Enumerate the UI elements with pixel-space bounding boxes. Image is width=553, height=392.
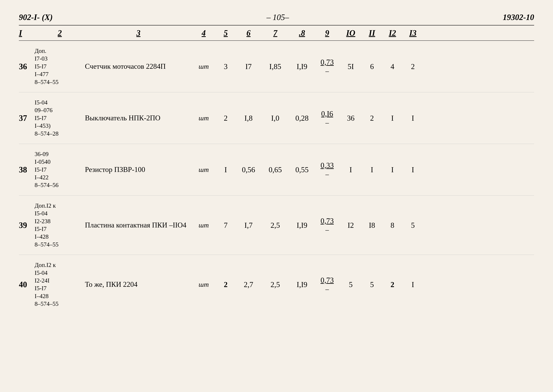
col-header-12: I2 bbox=[382, 28, 403, 38]
table-row: 38 36-09 I-0540 I5-I7 I–422 8–574–56 Рез… bbox=[19, 144, 534, 196]
row-unit: шт bbox=[192, 166, 215, 174]
row-desc: Резистор ПЗВР-100 bbox=[85, 165, 192, 175]
page-header: 902-I- (X) – 105– 19302-10 bbox=[19, 13, 534, 22]
row-col10: I2 bbox=[340, 221, 362, 230]
row-col10: 5I bbox=[340, 62, 362, 71]
row-col12: 2 bbox=[382, 280, 403, 289]
row-col5: I bbox=[215, 165, 236, 174]
row-col6: I,8 bbox=[236, 114, 261, 122]
row-col13: 2 bbox=[403, 62, 423, 71]
row-ref: Доп. I7-03 I5-I7 I–477 8–574–55 bbox=[35, 47, 85, 86]
row-ref: I5-04 09–076 I5-I7 I–453) 8–574–28 bbox=[35, 99, 85, 138]
col-header-5: 5 bbox=[215, 28, 236, 38]
row-col6: 0,56 bbox=[236, 165, 261, 174]
row-unit: шт bbox=[192, 221, 215, 229]
row-col8: I,I9 bbox=[289, 221, 315, 230]
column-headers: I 2 3 4 5 6 7 .8 9 IO II I2 I3 bbox=[19, 26, 534, 41]
row-col11: I bbox=[362, 165, 382, 174]
row-desc: Счетчик моточасов 2284П bbox=[85, 61, 192, 71]
row-col7: I,0 bbox=[261, 114, 289, 122]
table-row: 37 I5-04 09–076 I5-I7 I–453) 8–574–28 Вы… bbox=[19, 92, 534, 144]
data-table: 36 Доп. I7-03 I5-I7 I–477 8–574–55 Счетч… bbox=[19, 41, 534, 314]
row-unit: шт bbox=[192, 114, 215, 122]
col-header-1: I bbox=[19, 28, 35, 38]
col-header-3: 3 bbox=[85, 28, 192, 38]
row-col8: I,I9 bbox=[289, 280, 315, 289]
row-col12: 8 bbox=[382, 221, 403, 230]
row-col10: 5 bbox=[340, 280, 362, 289]
row-col6: I7 bbox=[236, 62, 261, 71]
col-header-7: 7 bbox=[261, 28, 289, 38]
row-col12: I bbox=[382, 165, 403, 174]
row-col9: 0,73– bbox=[315, 276, 340, 293]
row-col5: 3 bbox=[215, 62, 236, 71]
row-num: 39 bbox=[19, 221, 35, 230]
row-col6: I,7 bbox=[236, 221, 261, 230]
row-col7: 2,5 bbox=[261, 221, 289, 230]
row-unit: шт bbox=[192, 63, 215, 70]
page: 902-I- (X) – 105– 19302-10 I 2 3 4 5 6 7… bbox=[0, 0, 553, 392]
col-header-11: II bbox=[362, 28, 382, 38]
row-col13: I bbox=[403, 165, 423, 174]
row-desc: Выключатель НПК-2ПО bbox=[85, 113, 192, 123]
row-col12: 4 bbox=[382, 62, 403, 71]
row-col6: 2,7 bbox=[236, 280, 261, 289]
row-col9: 0,33– bbox=[315, 161, 340, 178]
row-col9: 0,I6– bbox=[315, 109, 340, 127]
row-desc: То же, ПКИ 2204 bbox=[85, 279, 192, 289]
row-col13: I bbox=[403, 280, 423, 289]
row-ref: Доп.I2 к I5-04 I2-24I I5-I7 I–428 8–574–… bbox=[35, 261, 85, 308]
row-col11: 5 bbox=[362, 280, 382, 289]
col-header-10: IO bbox=[340, 28, 362, 38]
row-col10: 36 bbox=[340, 114, 362, 122]
table-row: 39 Доп.I2 к I5-04 I2-238 I5-I7 I–428 8–5… bbox=[19, 196, 534, 255]
col-header-6: 6 bbox=[236, 28, 261, 38]
row-col5: 7 bbox=[215, 221, 236, 230]
col-header-13: I3 bbox=[403, 28, 423, 38]
row-col12: I bbox=[382, 114, 403, 122]
row-col11: 6 bbox=[362, 62, 382, 71]
row-num: 40 bbox=[19, 280, 35, 289]
row-col8: I,I9 bbox=[289, 62, 315, 71]
row-col7: 2,5 bbox=[261, 280, 289, 289]
row-col8: 0,28 bbox=[289, 114, 315, 122]
row-col7: 0,65 bbox=[261, 165, 289, 174]
table-row: 40 Доп.I2 к I5-04 I2-24I I5-I7 I–428 8–5… bbox=[19, 255, 534, 314]
row-col8: 0,55 bbox=[289, 165, 315, 174]
row-col9: 0,73– bbox=[315, 58, 340, 75]
row-num: 38 bbox=[19, 165, 35, 174]
col-header-4: 4 bbox=[192, 28, 215, 38]
row-col13: I bbox=[403, 114, 423, 122]
row-col5: 2 bbox=[215, 114, 236, 122]
header-right: 19302-10 bbox=[503, 13, 534, 22]
col-header-8: .8 bbox=[289, 28, 315, 38]
header-center: – 105– bbox=[266, 13, 289, 22]
table-row: 36 Доп. I7-03 I5-I7 I–477 8–574–55 Счетч… bbox=[19, 41, 534, 92]
row-unit: шт bbox=[192, 280, 215, 288]
row-col11: I8 bbox=[362, 221, 382, 230]
row-num: 36 bbox=[19, 62, 35, 71]
row-col11: 2 bbox=[362, 114, 382, 122]
row-ref: Доп.I2 к I5-04 I2-238 I5-I7 I–428 8–574–… bbox=[35, 202, 85, 248]
col-header-9: 9 bbox=[315, 28, 340, 38]
row-ref: 36-09 I-0540 I5-I7 I–422 8–574–56 bbox=[35, 150, 85, 189]
row-col5: 2 bbox=[215, 280, 236, 289]
row-col9: 0,73– bbox=[315, 217, 340, 234]
header-left: 902-I- (X) bbox=[19, 13, 53, 22]
col-header-2: 2 bbox=[35, 28, 85, 38]
row-desc: Пластина контактная ПКИ –IIO4 bbox=[85, 220, 192, 230]
row-col10: I bbox=[340, 165, 362, 174]
row-num: 37 bbox=[19, 113, 35, 123]
row-col13: 5 bbox=[403, 221, 423, 230]
row-col7: I,85 bbox=[261, 62, 289, 71]
